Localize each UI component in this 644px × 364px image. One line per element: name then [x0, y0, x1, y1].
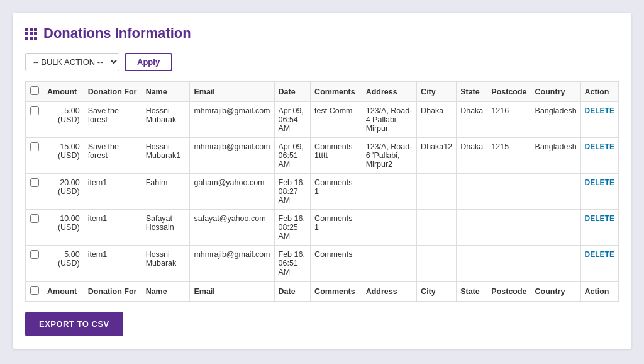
- cell-donation-for-4: item1: [84, 246, 142, 282]
- cell-date-2: Feb 16, 08:27 AM: [274, 174, 311, 210]
- footer-email: Email: [190, 282, 274, 302]
- cell-state-0: Dhaka: [457, 102, 487, 138]
- footer-select-all-checkbox[interactable]: [30, 286, 39, 295]
- row-checkbox-2[interactable]: [30, 178, 39, 187]
- table-row: 5.00 (USD) Save the forest Hossni Mubara…: [26, 102, 619, 138]
- apply-button[interactable]: Apply: [125, 53, 172, 71]
- cell-action-1: DELETE: [580, 138, 618, 174]
- cell-email-0: mhmrajib@gmail.com: [190, 102, 274, 138]
- table-row: 10.00 (USD) item1 Safayat Hossain safaya…: [26, 210, 619, 246]
- cell-date-4: Feb 16, 06:51 AM: [274, 246, 311, 282]
- row-checkbox-3[interactable]: [30, 214, 39, 223]
- cell-address-2: [362, 174, 416, 210]
- header-email: Email: [190, 82, 274, 102]
- cell-amount-2: 20.00 (USD): [43, 174, 84, 210]
- header-country: Country: [531, 82, 580, 102]
- cell-country-2: [531, 174, 580, 210]
- cell-name-0: Hossni Mubarak: [142, 102, 190, 138]
- cell-state-1: Dhaka: [457, 138, 487, 174]
- footer-amount: Amount: [43, 282, 84, 302]
- header-name: Name: [142, 82, 190, 102]
- header-action: Action: [580, 82, 618, 102]
- header-comments: Comments: [311, 82, 362, 102]
- footer-comments: Comments: [311, 282, 362, 302]
- delete-button-0[interactable]: DELETE: [585, 106, 614, 115]
- table-row: 15.00 (USD) Save the forest Hossni Mubar…: [26, 138, 619, 174]
- table-row: 20.00 (USD) item1 Fahim gaham@yahoo.com …: [26, 174, 619, 210]
- cell-name-1: Hossni Mubarak1: [142, 138, 190, 174]
- cell-amount-0: 5.00 (USD): [43, 102, 84, 138]
- delete-button-4[interactable]: DELETE: [585, 250, 614, 259]
- table-footer: Amount Donation For Name Email Date Comm…: [26, 282, 619, 302]
- cell-address-0: 123/A, Road-4 Pallabi, Mirpur: [362, 102, 416, 138]
- donations-table: Amount Donation For Name Email Date Comm…: [25, 81, 619, 302]
- bulk-action-select[interactable]: -- BULK ACTION --: [25, 53, 119, 71]
- cell-address-4: [362, 246, 416, 282]
- cell-action-2: DELETE: [580, 174, 618, 210]
- cell-donation-for-1: Save the forest: [84, 138, 142, 174]
- cell-postcode-0: 1216: [487, 102, 531, 138]
- footer-date: Date: [274, 282, 311, 302]
- header-checkbox-cell: [26, 82, 43, 102]
- cell-date-1: Apr 09, 06:51 AM: [274, 138, 311, 174]
- footer-address: Address: [362, 282, 416, 302]
- footer-country: Country: [531, 282, 580, 302]
- page-title: Donations Information: [25, 25, 619, 42]
- cell-country-1: Bangladesh: [531, 138, 580, 174]
- cell-amount-4: 5.00 (USD): [43, 246, 84, 282]
- header-date: Date: [274, 82, 311, 102]
- cell-action-0: DELETE: [580, 102, 618, 138]
- cell-name-3: Safayat Hossain: [142, 210, 190, 246]
- footer-donation-for: Donation For: [84, 282, 142, 302]
- footer-city: City: [417, 282, 457, 302]
- cell-comments-1: Comments 1tttt: [311, 138, 362, 174]
- select-all-checkbox[interactable]: [30, 86, 39, 95]
- row-checkbox-1[interactable]: [30, 142, 39, 151]
- cell-comments-4: Comments: [311, 246, 362, 282]
- cell-address-3: [362, 210, 416, 246]
- cell-city-3: [417, 210, 457, 246]
- cell-address-1: 123/A, Road-6 'Pallabi, Mirpur2: [362, 138, 416, 174]
- delete-button-1[interactable]: DELETE: [585, 142, 614, 151]
- cell-amount-1: 15.00 (USD): [43, 138, 84, 174]
- table-row: 5.00 (USD) item1 Hossni Mubarak mhmrajib…: [26, 246, 619, 282]
- cell-country-4: [531, 246, 580, 282]
- cell-email-3: safayat@yahoo.com: [190, 210, 274, 246]
- cell-comments-2: Comments 1: [311, 174, 362, 210]
- page-title-text: Donations Information: [43, 25, 191, 42]
- table-header: Amount Donation For Name Email Date Comm…: [26, 82, 619, 102]
- footer-name: Name: [142, 282, 190, 302]
- cell-name-4: Hossni Mubarak: [142, 246, 190, 282]
- header-state: State: [457, 82, 487, 102]
- cell-city-1: Dhaka12: [417, 138, 457, 174]
- grid-icon: [25, 28, 37, 40]
- header-amount: Amount: [43, 82, 84, 102]
- cell-country-3: [531, 210, 580, 246]
- toolbar: -- BULK ACTION -- Apply: [25, 53, 619, 71]
- cell-city-2: [417, 174, 457, 210]
- cell-amount-3: 10.00 (USD): [43, 210, 84, 246]
- table-body: 5.00 (USD) Save the forest Hossni Mubara…: [26, 102, 619, 282]
- delete-button-2[interactable]: DELETE: [585, 178, 614, 187]
- cell-postcode-1: 1215: [487, 138, 531, 174]
- row-checkbox-cell: [26, 174, 43, 210]
- cell-name-2: Fahim: [142, 174, 190, 210]
- cell-city-4: [417, 246, 457, 282]
- row-checkbox-0[interactable]: [30, 106, 39, 115]
- footer-state: State: [457, 282, 487, 302]
- row-checkbox-4[interactable]: [30, 250, 39, 259]
- cell-date-3: Feb 16, 08:25 AM: [274, 210, 311, 246]
- cell-email-2: gaham@yahoo.com: [190, 174, 274, 210]
- cell-email-1: mhmrajib@gmail.com: [190, 138, 274, 174]
- header-postcode: Postcode: [487, 82, 531, 102]
- cell-state-3: [457, 210, 487, 246]
- delete-button-3[interactable]: DELETE: [585, 214, 614, 223]
- row-checkbox-cell: [26, 210, 43, 246]
- export-csv-button[interactable]: EXPORT TO CSV: [25, 312, 123, 336]
- footer-checkbox-cell: [26, 282, 43, 302]
- cell-action-4: DELETE: [580, 246, 618, 282]
- cell-donation-for-0: Save the forest: [84, 102, 142, 138]
- cell-state-2: [457, 174, 487, 210]
- cell-country-0: Bangladesh: [531, 102, 580, 138]
- footer-action: Action: [580, 282, 618, 302]
